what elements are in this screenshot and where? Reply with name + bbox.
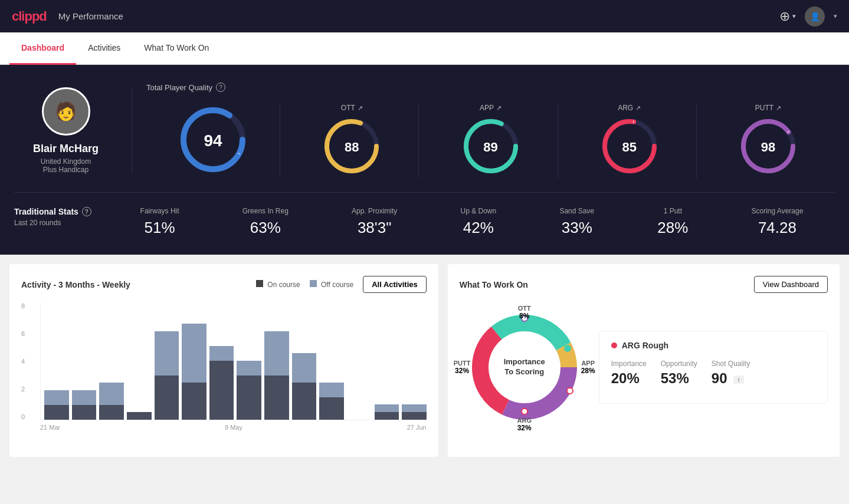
view-dashboard-button[interactable]: View Dashboard	[754, 276, 828, 293]
opportunity-label: Opportunity	[661, 360, 697, 368]
stat-scoring-avg: Scoring Average 74.28	[752, 207, 804, 237]
importance-value: 20%	[611, 370, 647, 387]
on-course-bar	[292, 383, 317, 420]
wtwo-title: What To Work On	[460, 280, 528, 289]
stat-one-putt: 1 Putt 28%	[657, 207, 688, 237]
importance-label: Importance	[611, 360, 647, 368]
stat-one-putt-label: 1 Putt	[664, 207, 682, 215]
quality-title: Total Player Quality ?	[146, 83, 835, 92]
stat-up-down: Up & Down 42%	[461, 207, 497, 237]
app-gauge-wrap: 89	[461, 117, 520, 178]
off-course-legend-dot	[310, 280, 317, 287]
off-course-bar	[44, 390, 69, 405]
trad-stats-label: Traditional Stats ? Last 20 rounds	[14, 207, 109, 227]
bar-group	[209, 346, 234, 420]
trad-help-icon[interactable]: ?	[82, 207, 91, 216]
ott-gauge: OTT ↗ 88	[285, 104, 419, 178]
total-quality-value: 94	[204, 131, 222, 150]
on-course-bar	[99, 405, 124, 420]
arg-arrow-icon: ↗	[635, 104, 641, 112]
add-chevron-icon: ▾	[792, 12, 796, 20]
on-course-bar	[155, 375, 179, 420]
stat-greens-value: 63%	[250, 219, 281, 237]
add-button[interactable]: ⊕ ▾	[779, 9, 796, 24]
stat-items: Fairways Hit 51% Greens In Reg 63% App. …	[109, 207, 835, 237]
bar-group	[237, 361, 261, 420]
avatar: 🧑	[42, 87, 90, 136]
total-quality-gauge: 94	[146, 104, 280, 177]
header-title: My Performance	[58, 11, 123, 21]
on-course-bar	[375, 412, 399, 420]
stat-greens-label: Greens In Reg	[242, 207, 289, 215]
off-course-bar	[375, 404, 399, 412]
off-course-bar	[182, 324, 206, 383]
logo-text: clippd	[12, 9, 47, 24]
arg-card: ARG Rough Importance 20% Opportunity 53%…	[599, 331, 828, 404]
bar-group	[264, 331, 289, 420]
player-handicap: Plus Handicap	[43, 166, 88, 174]
stat-scoring-avg-label: Scoring Average	[752, 207, 804, 215]
ott-segment-label: OTT 8%	[518, 305, 531, 320]
app-gauge: APP ↗ 89	[424, 104, 558, 178]
on-course-legend-dot	[256, 280, 263, 287]
x-label-mar: 21 Mar	[40, 424, 60, 431]
quality-section: Total Player Quality ? 94	[132, 83, 835, 178]
wtwo-content: ImportanceTo Scoring OTT 8% APP 28% ARG …	[460, 302, 828, 432]
bottom-section: Activity - 3 Months - Weekly On course O…	[0, 255, 849, 466]
putt-label: PUTT ↗	[755, 104, 781, 112]
svg-point-20	[565, 345, 571, 351]
player-name: Blair McHarg	[33, 143, 99, 155]
stat-app-prox-value: 38'3"	[358, 219, 392, 237]
player-info: 🧑 Blair McHarg United Kingdom Plus Handi…	[14, 87, 132, 174]
off-course-bar	[292, 353, 317, 383]
bar-group	[44, 390, 69, 420]
arg-importance: Importance 20%	[611, 360, 647, 387]
shot-quality-label: Shot Quality	[712, 360, 750, 368]
y-axis: 0 2 4 6 8	[21, 302, 25, 420]
putt-segment-label: PUTT 32%	[454, 360, 471, 375]
bar-group	[182, 324, 206, 420]
tab-what-to-work-on[interactable]: What To Work On	[132, 32, 221, 65]
putt-value: 98	[761, 140, 775, 155]
stat-greens-in-reg: Greens In Reg 63%	[242, 207, 289, 237]
tab-dashboard[interactable]: Dashboard	[9, 32, 76, 65]
help-icon[interactable]: ?	[216, 83, 225, 92]
stat-up-down-value: 42%	[463, 219, 494, 237]
off-course-bar	[402, 404, 427, 412]
activity-panel-controls: On course Off course All Activities	[256, 276, 427, 293]
chart-container: 0 2 4 6 8 21 Mar 9 May 27 Jun	[21, 302, 427, 445]
putt-arrow-icon: ↗	[776, 104, 781, 112]
hero-section: 🧑 Blair McHarg United Kingdom Plus Handi…	[0, 65, 849, 255]
ott-gauge-wrap: 88	[322, 117, 381, 178]
bar-group	[375, 404, 399, 420]
bar-group	[319, 383, 344, 420]
activity-chart-title: Activity - 3 Months - Weekly	[21, 280, 130, 289]
putt-gauge: PUTT ↗ 98	[702, 104, 835, 178]
activity-panel-header: Activity - 3 Months - Weekly On course O…	[21, 276, 427, 293]
ott-value: 88	[345, 140, 359, 155]
bar-group	[127, 412, 152, 420]
svg-point-21	[522, 409, 527, 414]
user-avatar[interactable]: 👤	[805, 6, 825, 27]
stat-sand-save: Sand Save 33%	[559, 207, 594, 237]
app-value: 89	[483, 140, 497, 155]
plus-circle-icon: ⊕	[779, 9, 790, 24]
off-course-bar	[319, 383, 344, 397]
on-course-bar	[402, 412, 427, 420]
on-course-bar	[237, 375, 261, 420]
stat-scoring-avg-value: 74.28	[758, 219, 796, 237]
bar-chart	[40, 302, 427, 420]
on-course-bar	[127, 412, 152, 420]
all-activities-button[interactable]: All Activities	[363, 276, 427, 293]
tab-activities[interactable]: Activities	[76, 32, 132, 65]
donut-center-label: ImportanceTo Scoring	[504, 357, 545, 377]
arg-gauge-wrap: 85	[600, 117, 659, 178]
total-gauge-wrap: 94	[178, 104, 248, 177]
bar-group	[72, 390, 97, 420]
arg-shot-quality: Shot Quality 90 ↑	[712, 360, 750, 387]
off-course-bar	[264, 331, 289, 375]
shot-quality-value: 90 ↑	[712, 370, 750, 387]
wtwo-panel-header: What To Work On View Dashboard	[460, 276, 828, 293]
metrics-row: 94 OTT ↗ 88	[146, 104, 835, 178]
stat-one-putt-value: 28%	[657, 219, 688, 237]
